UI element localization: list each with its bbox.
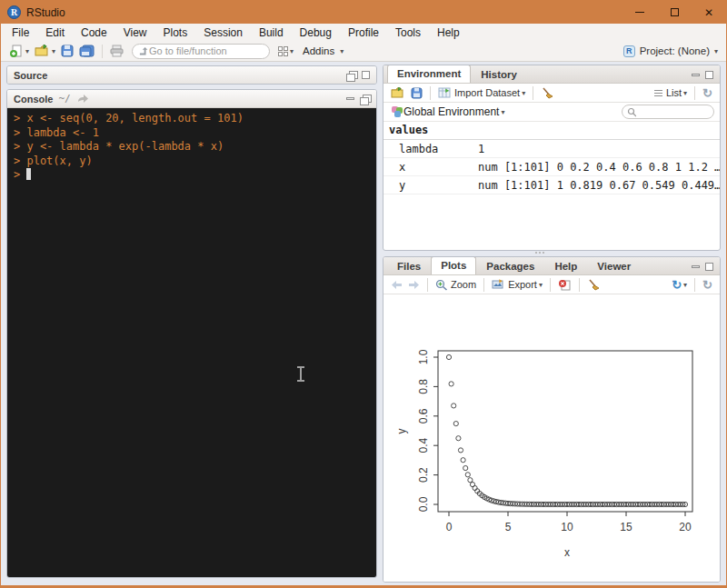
console-pane-header[interactable]: Console ~/	[7, 90, 376, 108]
project-menu-button[interactable]: R Project: (None) ▾	[621, 45, 721, 58]
menu-plots[interactable]: Plots	[155, 25, 196, 41]
open-file-button[interactable]: ▾	[32, 44, 58, 58]
env-list-label: List	[666, 87, 682, 98]
environment-scope-row: Global Environment ▾	[383, 103, 720, 122]
import-dataset-icon	[438, 87, 452, 98]
plots-clear-button[interactable]	[584, 278, 603, 292]
minimize-button[interactable]	[622, 1, 657, 24]
env-clear-button[interactable]	[538, 86, 556, 100]
env-list-caret-icon: ▾	[683, 89, 687, 97]
main-toolbar: ▾ ▾	[1, 41, 726, 62]
print-icon	[110, 45, 124, 57]
menu-debug[interactable]: Debug	[292, 25, 340, 41]
source-restore-icon[interactable]	[346, 71, 356, 80]
svg-text:0.0: 0.0	[417, 496, 430, 512]
source-pane-header[interactable]: Source	[7, 66, 376, 84]
svg-text:0.2: 0.2	[417, 467, 430, 483]
titlebar[interactable]: R RStudio ✕	[1, 1, 726, 24]
publish-icon: ↻	[672, 278, 682, 292]
console-prompt-line[interactable]: >	[14, 168, 370, 183]
plots-maximize-icon[interactable]	[705, 263, 713, 271]
pane-splitter-grip[interactable]	[535, 252, 559, 254]
goto-file-search[interactable]	[132, 44, 270, 59]
environment-row-y[interactable]: ynum [1:101] 1 0.819 0.67 0.549 0.449…	[383, 176, 720, 194]
plots-refresh-button[interactable]: ↻	[700, 277, 715, 293]
import-dataset-button[interactable]: Import Dataset ▾	[435, 86, 528, 99]
save-all-button[interactable]	[76, 44, 97, 58]
global-environment-caret-icon: ▾	[501, 108, 504, 116]
refresh-icon: ↻	[702, 278, 712, 292]
menu-help[interactable]: Help	[429, 25, 468, 41]
menu-session[interactable]: Session	[195, 25, 251, 41]
plots-minimize-icon[interactable]	[692, 265, 700, 268]
menu-code[interactable]: Code	[73, 25, 115, 41]
print-button[interactable]	[107, 44, 126, 58]
plots-toolbar: Zoom Export ▾	[383, 275, 720, 294]
menu-edit[interactable]: Edit	[37, 25, 73, 41]
window-controls: ✕	[622, 1, 726, 24]
svg-text:0: 0	[446, 521, 453, 533]
plot-zoom-label: Zoom	[451, 279, 476, 290]
tab-history[interactable]: History	[471, 65, 527, 83]
broom-icon	[541, 87, 553, 99]
environment-search[interactable]	[622, 105, 714, 119]
object-value: 1	[478, 143, 720, 155]
source-maximize-icon[interactable]	[362, 71, 370, 79]
plot-export-button[interactable]: Export ▾	[489, 278, 545, 291]
close-button[interactable]: ✕	[692, 1, 726, 24]
tab-files[interactable]: Files	[387, 257, 431, 274]
pane-layout-button[interactable]: ▾	[275, 45, 296, 57]
console-output[interactable]: > x <- seq(0, 20, length.out = 101)> lam…	[7, 108, 376, 577]
workbench: Source Console ~/ > x <- seq(0,	[1, 63, 726, 585]
plot-export-caret-icon: ▾	[539, 281, 543, 289]
addins-button[interactable]: Addins ▾	[296, 43, 346, 59]
plot-remove-button[interactable]	[555, 278, 574, 292]
env-list-view-button[interactable]: List ▾	[651, 86, 690, 99]
environment-row-x[interactable]: xnum [1:101] 0 0.2 0.4 0.6 0.8 1 1.2 …	[383, 158, 720, 176]
tab-packages[interactable]: Packages	[476, 257, 544, 274]
object-name: lambda	[383, 143, 478, 155]
close-icon: ✕	[704, 6, 713, 19]
console-line: > x <- seq(0, 20, length.out = 101)	[14, 112, 370, 126]
menu-profile[interactable]: Profile	[340, 25, 387, 41]
env-open-button[interactable]	[388, 86, 408, 100]
menu-view[interactable]: View	[115, 25, 155, 41]
goto-file-input[interactable]	[149, 45, 256, 56]
project-label: Project: (None)	[640, 45, 710, 56]
project-icon: R	[623, 45, 635, 57]
tab-viewer[interactable]: Viewer	[587, 257, 641, 274]
plot-back-button[interactable]	[388, 279, 405, 291]
console-restore-icon[interactable]	[360, 95, 370, 104]
tab-plots[interactable]: Plots	[431, 256, 476, 274]
menu-tools[interactable]: Tools	[387, 25, 429, 41]
tab-help[interactable]: Help	[544, 257, 587, 274]
menu-build[interactable]: Build	[251, 25, 292, 41]
env-save-icon	[411, 87, 423, 99]
svg-text:5: 5	[505, 521, 512, 533]
console-popout-icon[interactable]	[76, 94, 89, 104]
plot-forward-button[interactable]	[405, 279, 423, 291]
minimize-icon	[635, 12, 644, 14]
addins-caret-icon: ▾	[340, 47, 344, 55]
console-pane: Console ~/ > x <- seq(0, 20, length.out …	[6, 89, 377, 578]
environment-minimize-icon[interactable]	[692, 74, 700, 76]
environment-row-lambda[interactable]: lambda1	[383, 140, 720, 158]
env-save-button[interactable]	[408, 86, 425, 100]
environment-maximize-icon[interactable]	[705, 71, 713, 79]
env-refresh-button[interactable]: ↻	[700, 85, 715, 101]
console-minimize-icon[interactable]	[346, 97, 354, 100]
export-icon	[492, 279, 505, 290]
new-file-button[interactable]: ▾	[6, 44, 32, 59]
plots-pane: FilesPlotsPackagesHelpViewer	[383, 256, 721, 583]
toolbar-separator	[427, 278, 428, 292]
environment-search-input[interactable]	[636, 106, 709, 117]
source-pane-title: Source	[14, 70, 47, 81]
save-button[interactable]	[58, 44, 76, 58]
plot-zoom-button[interactable]: Zoom	[433, 278, 479, 292]
tab-environment[interactable]: Environment	[387, 65, 471, 83]
maximize-button[interactable]	[657, 1, 692, 24]
global-environment-button[interactable]: Global Environment ▾	[389, 105, 507, 119]
environment-object-list: values lambda1xnum [1:101] 0 0.2 0.4 0.6…	[383, 122, 720, 194]
publish-button[interactable]: ↻ ▾	[669, 277, 690, 293]
menu-file[interactable]: File	[4, 25, 37, 41]
